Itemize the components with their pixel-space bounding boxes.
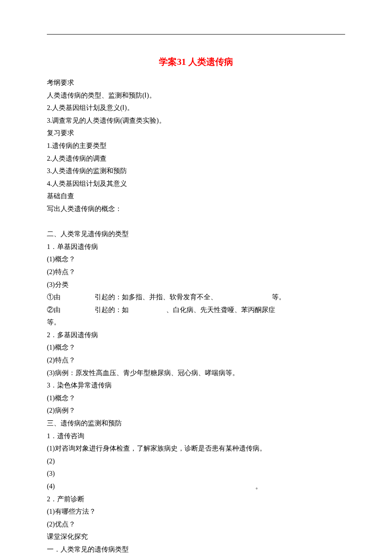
- sec2-s1-c2-line1: ②由 引起的：如 、白化病、先天性聋哑、苯丙酮尿症: [47, 304, 345, 316]
- sec2-s2-q3: (3)病例：原发性高血压、青少年型糖尿病、冠心病、哮喘病等。: [47, 367, 345, 379]
- sec3-s1-q3: (3): [47, 467, 345, 480]
- sec2-heading: 二、人类常见遗传病的类型: [47, 228, 345, 240]
- fxyq-item-4: 4.人类基因组计划及其意义: [47, 177, 345, 190]
- sec2-s1-c2-line2: 等。: [47, 316, 345, 329]
- sec2-s3-q2: (2)病例？: [47, 404, 345, 417]
- sec3-s1-q4: (4)。: [47, 480, 345, 493]
- ktsh-t1: 一．人类常见的遗传病类型: [47, 543, 345, 555]
- sec2-s3-title: 3．染色体异常遗传病: [47, 379, 345, 392]
- sec3-s1-q4b: 。: [255, 483, 262, 490]
- kgyq-item-3: 3.调查常见的人类遗传病(调查类实验)。: [47, 114, 345, 127]
- sec2-s1-q1: (1)概念？: [47, 253, 345, 266]
- kgyq-item-1: 人类遗传病的类型、监测和预防(Ⅰ)。: [47, 89, 345, 102]
- sec2-s1-c1a: ①由: [47, 293, 61, 301]
- sec3-s1-q1: (1)对咨询对象进行身体检查，了解家族病史，诊断是否患有某种遗传病。: [47, 442, 345, 455]
- sec2-s2-title: 2．多基因遗传病: [47, 329, 345, 341]
- sec2-s1-c2c: 、白化病、先天性聋哑、苯丙酮尿症: [166, 306, 275, 313]
- sec2-s1-c1: ①由 引起的：如多指、并指、软骨发育不全、 等。: [47, 291, 345, 304]
- sec3-heading: 三、遗传病的监测和预防: [47, 417, 345, 430]
- sec2-s1-title: 1．单基因遗传病: [47, 240, 345, 253]
- lesson-title: 学案31 人类遗传病: [47, 56, 345, 68]
- ktsh-heading: 课堂深化探究: [47, 530, 345, 543]
- top-horizontal-rule: [47, 34, 345, 35]
- sec3-s1-q4a: (4): [47, 483, 55, 490]
- sec3-s2-title: 2．产前诊断: [47, 493, 345, 506]
- sec2-s1-c2a: ②由: [47, 306, 61, 313]
- sec2-s1-q3: (3)分类: [47, 278, 345, 291]
- sec3-s1-title: 1．遗传咨询: [47, 430, 345, 442]
- sec2-s2-q1: (1)概念？: [47, 341, 345, 354]
- kgyq-item-2: 2.人类基因组计划及意义(Ⅰ)。: [47, 101, 345, 114]
- fxyq-item-1: 1.遗传病的主要类型: [47, 139, 345, 152]
- sec2-s1-c2b: 引起的：如: [95, 306, 129, 313]
- fxyq-item-3: 3.人类遗传病的监测和预防: [47, 165, 345, 177]
- sec2-s1-c1c: 等。: [272, 293, 285, 301]
- jczc-heading: 基础自查: [47, 190, 345, 202]
- sec2-s3-q1: (1)概念？: [47, 392, 345, 405]
- sec3-s2-q1: (1)有哪些方法？: [47, 505, 345, 518]
- sec2-s2-q2: (2)特点？: [47, 354, 345, 367]
- kgyq-heading: 考纲要求: [47, 76, 345, 89]
- sec2-s1-q2: (2)特点？: [47, 266, 345, 278]
- fxyq-heading: 复习要求: [47, 127, 345, 139]
- sec3-s2-q2: (2)优点？: [47, 518, 345, 531]
- sec2-s1-c1b: 引起的：如多指、并指、软骨发育不全、: [95, 293, 217, 301]
- jczc-line: 写出人类遗传病的概念：: [47, 202, 345, 215]
- blank-line: [47, 215, 345, 228]
- document-body: 考纲要求 人类遗传病的类型、监测和预防(Ⅰ)。 2.人类基因组计划及意义(Ⅰ)。…: [47, 76, 345, 555]
- fxyq-item-2: 2.人类遗传病的调查: [47, 152, 345, 165]
- sec3-s1-q2: (2): [47, 455, 345, 468]
